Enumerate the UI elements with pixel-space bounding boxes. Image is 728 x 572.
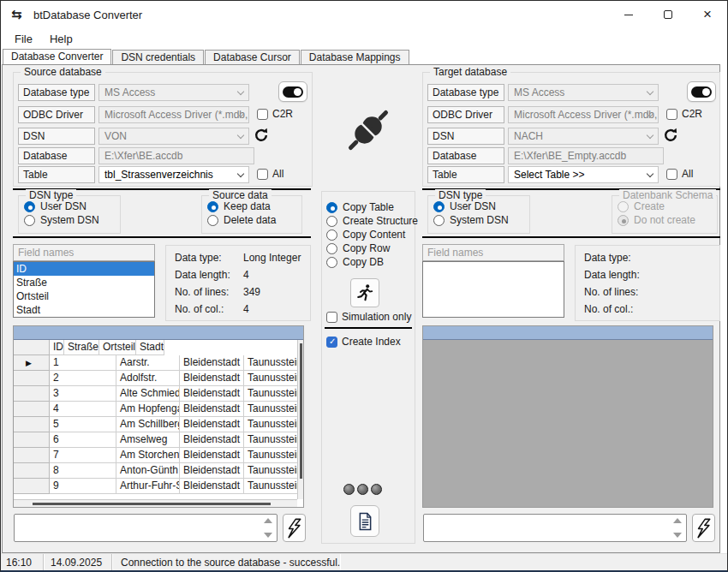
dsn-type-radio[interactable]: User DSN	[24, 200, 120, 213]
grid-row[interactable]: 6 Amselweg Bleidenstadt Taunusstein	[14, 432, 303, 448]
cell-ortsteil[interactable]: Bleidenstadt	[180, 402, 244, 417]
cell-stadt[interactable]: Taunusstein	[244, 448, 299, 463]
cell-id[interactable]: 6	[50, 432, 116, 448]
run-button[interactable]	[350, 278, 379, 307]
source-all-checkbox[interactable]: All	[257, 168, 283, 180]
cell-ortsteil[interactable]: Bleidenstadt	[180, 371, 244, 386]
source-data-grid[interactable]: IDStraßeOrtsteilStadt 1 Aarstr. Bleidens…	[13, 325, 304, 508]
copy-mode-radio[interactable]: Create Structure	[326, 214, 418, 228]
grid-column-header[interactable]: Ortsteil	[99, 340, 136, 355]
row-selector-cell[interactable]	[14, 355, 50, 371]
source-refresh-button[interactable]	[254, 128, 269, 143]
scroll-down-icon[interactable]	[673, 533, 682, 538]
minimize-button[interactable]	[609, 1, 648, 28]
source-table-combo[interactable]: tbl_Strassenverzeichnis	[98, 166, 249, 183]
field-name-item[interactable]: ID	[14, 262, 154, 276]
cell-stadt[interactable]: Taunusstein	[244, 463, 299, 479]
cell-strasse[interactable]: Am Storchen	[116, 448, 180, 463]
field-name-item[interactable]: Ortsteil	[14, 289, 154, 303]
row-selector-cell[interactable]	[14, 386, 50, 402]
row-selector-cell[interactable]	[14, 448, 50, 463]
cell-stadt[interactable]: Taunusstein	[244, 371, 299, 386]
source-field-names-list[interactable]: IDStraßeOrtsteilStadt	[13, 261, 155, 318]
grid-row[interactable]: 3 Alte Schmied Bleidenstadt Taunusstein	[14, 386, 303, 402]
maximize-button[interactable]	[648, 1, 688, 28]
create-index-checkbox[interactable]: Create Index	[326, 336, 401, 348]
source-data-radio[interactable]: Delete data	[207, 213, 301, 227]
cell-stadt[interactable]: Taunusstein	[244, 386, 299, 402]
field-name-item[interactable]: Straße	[14, 276, 154, 289]
copy-mode-radio[interactable]: Copy DB	[326, 255, 418, 269]
row-selector-cell[interactable]	[14, 432, 50, 448]
grid-column-header[interactable]: Straße	[64, 340, 99, 355]
cell-strasse[interactable]: Alte Schmied	[116, 386, 180, 402]
tab[interactable]: DSN credentials	[112, 50, 204, 64]
cell-id[interactable]: 1	[50, 355, 116, 371]
cell-stadt[interactable]: Taunusstein	[244, 402, 299, 417]
grid-row[interactable]: 1 Aarstr. Bleidenstadt Taunusstein	[14, 355, 303, 371]
scroll-up-icon[interactable]	[264, 518, 272, 523]
target-all-checkbox[interactable]: All	[666, 168, 693, 180]
grid-column-header[interactable]: ID	[50, 340, 64, 355]
tab[interactable]: Database Cursor	[205, 50, 300, 64]
cell-ortsteil[interactable]: Bleidenstadt	[180, 355, 244, 371]
row-selector-cell[interactable]	[14, 371, 50, 386]
cell-strasse[interactable]: Am Hopfenga	[116, 402, 180, 417]
target-data-grid[interactable]	[422, 325, 713, 508]
report-button[interactable]	[350, 505, 379, 537]
grid-row[interactable]: 2 Adolfstr. Bleidenstadt Taunusstein	[14, 371, 303, 386]
cell-id[interactable]: 4	[50, 402, 116, 417]
row-selector-cell[interactable]	[14, 417, 50, 432]
target-c2r-checkbox[interactable]: C2R	[666, 108, 702, 120]
cell-stadt[interactable]: Taunusstein	[244, 355, 299, 371]
grid-horizontal-scrollbar[interactable]	[14, 499, 297, 507]
target-table-combo[interactable]: Select Table >>	[508, 166, 659, 183]
cell-strasse[interactable]: Adolfstr.	[116, 371, 180, 386]
copy-mode-radio[interactable]: Copy Row	[326, 241, 418, 255]
scroll-down-icon[interactable]	[264, 533, 272, 538]
cell-ortsteil[interactable]: Bleidenstadt	[180, 417, 244, 432]
cell-strasse[interactable]: Anton-Günth	[116, 463, 180, 479]
cell-id[interactable]: 2	[50, 371, 116, 386]
menu-item[interactable]: Help	[41, 31, 81, 47]
row-selector-cell[interactable]	[14, 402, 50, 417]
source-log-textbox[interactable]	[14, 514, 277, 542]
scrollbar-thumb[interactable]	[33, 503, 271, 505]
scrollbar-thumb[interactable]	[300, 343, 302, 479]
tab[interactable]: Database Converter	[3, 49, 111, 64]
target-refresh-button[interactable]	[663, 128, 678, 143]
menu-item[interactable]: File	[6, 31, 41, 47]
cell-id[interactable]: 5	[50, 417, 116, 432]
cell-id[interactable]: 3	[50, 386, 116, 402]
cell-strasse[interactable]: Aarstr.	[116, 355, 180, 371]
dsn-type-radio[interactable]: User DSN	[433, 200, 529, 213]
target-log-textbox[interactable]	[423, 514, 687, 542]
cell-id[interactable]: 8	[50, 463, 116, 479]
cell-ortsteil[interactable]: Bleidenstadt	[180, 448, 244, 463]
simulation-only-checkbox[interactable]: Simulation only	[326, 311, 411, 323]
field-name-item[interactable]: Stadt	[14, 303, 154, 317]
grid-row[interactable]: 8 Anton-Günth Bleidenstadt Taunusstein	[14, 463, 303, 479]
source-c2r-checkbox[interactable]: C2R	[257, 108, 293, 120]
tab[interactable]: Database Mappings	[301, 50, 409, 64]
copy-mode-radio[interactable]: Copy Table	[326, 200, 418, 214]
cell-stadt[interactable]: Taunusstein	[244, 432, 299, 448]
dsn-type-radio[interactable]: System DSN	[433, 213, 529, 227]
cell-ortsteil[interactable]: Bleidenstadt	[180, 463, 244, 479]
cell-ortsteil[interactable]: Bleidenstadt	[180, 432, 244, 448]
cell-stadt[interactable]: Taunusstein	[244, 479, 299, 494]
cell-strasse[interactable]: Am Schillberg	[116, 417, 180, 432]
close-button[interactable]: ×	[688, 1, 727, 28]
cell-ortsteil[interactable]: Bleidenstadt	[180, 386, 244, 402]
grid-row[interactable]: 9 Arthur-Fuhr-S Bleidenstadt Taunusstein	[14, 479, 303, 494]
target-connection-toggle[interactable]	[687, 81, 716, 102]
cell-stadt[interactable]: Taunusstein	[244, 417, 299, 432]
grid-row[interactable]: 5 Am Schillberg Bleidenstadt Taunusstein	[14, 417, 303, 432]
grid-vertical-scrollbar[interactable]	[297, 340, 303, 499]
row-selector-cell[interactable]	[14, 463, 50, 479]
cell-strasse[interactable]: Amselweg	[116, 432, 180, 448]
grid-row[interactable]: 4 Am Hopfenga Bleidenstadt Taunusstein	[14, 402, 303, 417]
scroll-up-icon[interactable]	[673, 518, 682, 523]
grid-column-header[interactable]: Stadt	[136, 340, 164, 355]
target-execute-button[interactable]	[692, 514, 715, 542]
